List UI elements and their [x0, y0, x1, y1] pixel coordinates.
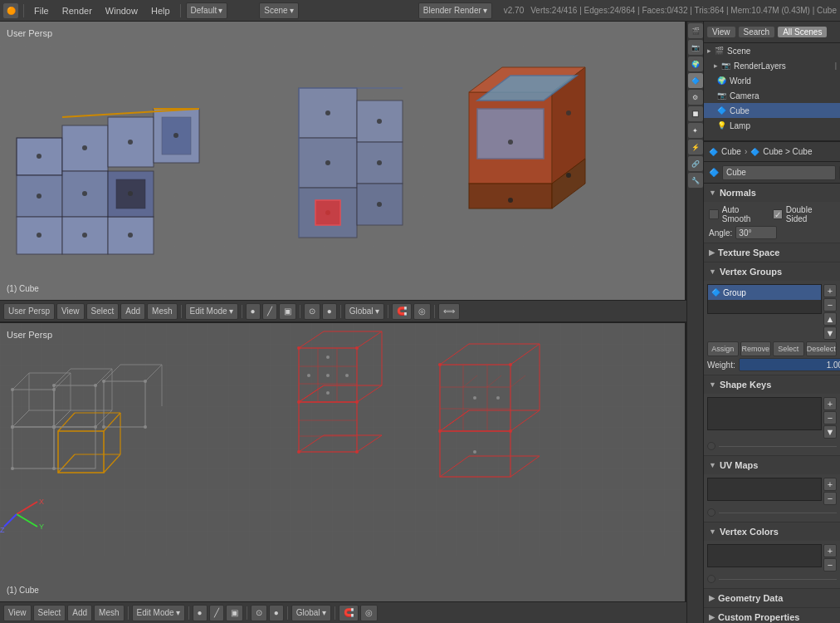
uv-list[interactable] [707, 478, 822, 501]
remove-btn[interactable]: Remove [740, 341, 772, 356]
assign-btn[interactable]: Assign [707, 341, 739, 356]
face-mode[interactable]: ▣ [279, 303, 296, 320]
mirror-btn[interactable]: ⟺ [438, 303, 460, 320]
select-button[interactable]: View [56, 303, 85, 320]
scene-selector[interactable]: Scene ▾ [259, 2, 298, 19]
material-tab[interactable]: ⚙ [688, 90, 703, 105]
bottom-pivot-dropdown[interactable]: Global ▾ [291, 605, 331, 621]
cp-label: Custom Properties [718, 612, 799, 622]
vc-dot [707, 575, 715, 583]
weight-input[interactable] [739, 358, 840, 371]
svg-point-133 [326, 356, 330, 359]
bottom-draw-type[interactable]: ⊙ [251, 605, 267, 621]
outliner-lamp[interactable]: 💡 Lamp [704, 118, 840, 133]
uv-add-btn[interactable]: + [823, 478, 837, 491]
world-tab[interactable]: 🌍 [688, 56, 703, 71]
double-sided-cb[interactable]: ✓ [773, 209, 783, 219]
vg-arrow: ▼ [709, 267, 716, 276]
vc-content: + − [704, 541, 840, 588]
mesh-button[interactable]: Select [86, 303, 120, 320]
menu-render[interactable]: Render [57, 4, 97, 17]
viewport-shading[interactable]: ● [322, 303, 337, 320]
object-data-tab[interactable]: 🔷 [688, 73, 703, 88]
view-button[interactable]: User Persp [3, 303, 55, 320]
menu-help[interactable]: Help [146, 4, 175, 17]
outliner-world[interactable]: 🌍 World [704, 73, 840, 88]
modifiers-tab[interactable]: 🔧 [688, 173, 703, 188]
menu-file[interactable]: File [29, 4, 54, 17]
vg-item-group[interactable]: 🔷 Group [708, 285, 821, 300]
bottom-edge-mode[interactable]: ╱ [209, 605, 224, 621]
add-button[interactable]: Add [120, 303, 145, 320]
viewport-bottom[interactable]: User Persp (1) Cube [0, 321, 686, 601]
vertex-groups-header[interactable]: ▼ Vertex Groups [704, 262, 840, 281]
bottom-snap[interactable]: 🧲 [339, 605, 359, 621]
shape-keys-header[interactable]: ▼ Shape Keys [704, 375, 840, 394]
bottom-vertex-mode[interactable]: ● [193, 605, 208, 621]
vg-move-up-btn[interactable]: ▲ [823, 312, 837, 326]
bottom-face-mode[interactable]: ▣ [226, 605, 243, 621]
viewport-top[interactable]: User Persp (1) Cube [0, 22, 686, 300]
layout-selector[interactable]: Default ▾ [186, 2, 228, 19]
geometry-data-header[interactable]: ▶ Geometry Data [704, 589, 840, 607]
auto-smooth-cb[interactable] [709, 209, 719, 219]
normals-header[interactable]: ▼ Normals [704, 184, 840, 202]
vg-remove-btn[interactable]: − [823, 298, 837, 312]
bottom-mesh-btn[interactable]: Mesh [94, 605, 124, 621]
vg-move-down-btn[interactable]: ▼ [823, 326, 837, 340]
bottom-add-btn[interactable]: Add [67, 605, 92, 621]
all-scenes-tab[interactable]: All Scenes [778, 27, 827, 37]
particles-tab[interactable]: ✦ [688, 123, 703, 138]
physics-tab[interactable]: ⚡ [688, 140, 703, 155]
outliner-camera[interactable]: 📷 Camera [704, 88, 840, 103]
draw-type[interactable]: ⊙ [304, 303, 320, 320]
pivot-dropdown[interactable]: Global ▾ [344, 303, 384, 320]
mesh-menu[interactable]: Mesh [147, 303, 177, 320]
bottom-shading[interactable]: ● [269, 605, 284, 621]
constraints-tab[interactable]: 🔗 [688, 156, 703, 171]
sk-specials-btn[interactable]: ▼ [823, 425, 837, 439]
menu-window[interactable]: Window [100, 4, 143, 17]
tb-sep1 [181, 305, 182, 318]
sk-remove-btn[interactable]: − [823, 411, 837, 424]
bottom-mode-dropdown[interactable]: Edit Mode ▾ [132, 605, 185, 621]
vertex-mode[interactable]: ● [246, 303, 261, 320]
scene-tab[interactable]: 🎬 [688, 23, 703, 38]
bottom-view-btn[interactable]: View [3, 605, 32, 621]
vg-list[interactable]: 🔷 Group [707, 284, 822, 314]
edge-mode[interactable]: ╱ [262, 303, 277, 320]
obj-mesh-icon: 🔷 [709, 168, 719, 177]
deselect-btn[interactable]: Deselect [806, 341, 838, 356]
uv-label: UV Maps [720, 460, 758, 470]
render-engine-selector[interactable]: Blender Render ▾ [418, 2, 492, 19]
mode-dropdown[interactable]: Edit Mode ▾ [185, 303, 238, 320]
vc-remove-btn[interactable]: − [823, 558, 837, 571]
uv-maps-header[interactable]: ▼ UV Maps [704, 456, 840, 474]
uv-remove-btn[interactable]: − [823, 492, 837, 505]
sk-add-btn[interactable]: + [823, 397, 837, 410]
custom-props-header[interactable]: ▶ Custom Properties [704, 608, 840, 623]
outliner-scene[interactable]: ▸ 🎬 Scene [704, 43, 840, 58]
vg-add-btn[interactable]: + [823, 284, 837, 297]
select-btn[interactable]: Select [773, 341, 804, 356]
search-tab[interactable]: Search [739, 27, 775, 37]
outliner-renderlayers[interactable]: ▸ 📷 RenderLayers | [704, 58, 840, 73]
render-tab[interactable]: 📷 [688, 40, 703, 55]
snap-btn[interactable]: 🧲 [392, 303, 412, 320]
cp-arrow: ▶ [709, 613, 715, 621]
texture-space-header[interactable]: ▶ Texture Space [704, 243, 840, 262]
vc-list[interactable] [707, 544, 822, 567]
icon-sidebar: 🎬 📷 🌍 🔷 ⚙ 🔲 ✦ ⚡ 🔗 🔧 [687, 22, 704, 623]
vc-add-btn[interactable]: + [823, 544, 837, 557]
texture-tab[interactable]: 🔲 [688, 106, 703, 121]
sk-list[interactable] [707, 397, 822, 430]
angle-row: Angle: [709, 226, 835, 239]
vertex-colors-header[interactable]: ▼ Vertex Colors [704, 522, 840, 541]
bottom-proportional[interactable]: ◎ [360, 605, 378, 621]
proportional-btn[interactable]: ◎ [413, 303, 431, 320]
outliner-cube[interactable]: 🔷 Cube [704, 103, 840, 118]
bottom-select-btn[interactable]: Select [33, 605, 66, 621]
angle-input[interactable] [735, 226, 777, 239]
view-tab[interactable]: View [707, 27, 735, 37]
obj-name-input[interactable] [722, 165, 836, 180]
